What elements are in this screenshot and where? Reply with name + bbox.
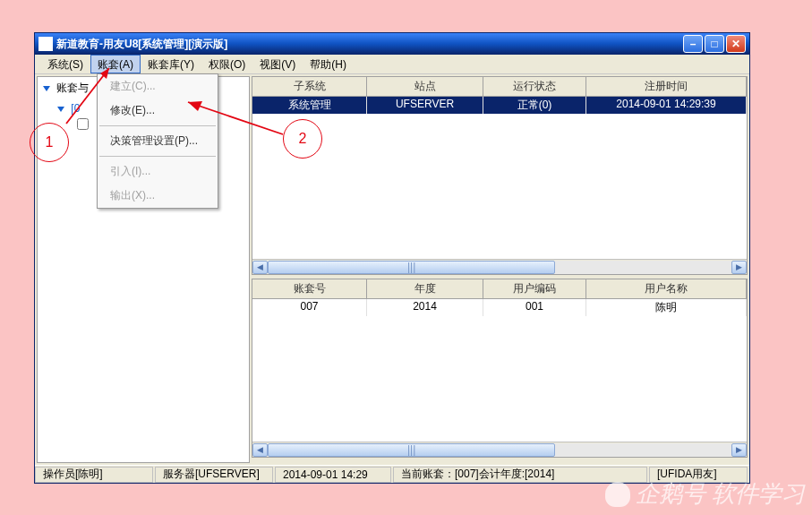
table-row[interactable]: 007 2014 001 陈明 [252, 299, 747, 316]
menu-separator [99, 125, 216, 126]
minimize-button[interactable]: – [683, 35, 703, 53]
scroll-track[interactable]: ||| [268, 261, 731, 274]
status-operator: 操作员[陈明] [35, 467, 153, 483]
menu-help[interactable]: 帮助(H) [303, 55, 354, 73]
col-site[interactable]: 站点 [367, 77, 483, 96]
menubar: 系统(S) 账套(A) 账套库(Y) 权限(O) 视图(V) 帮助(H) [35, 55, 749, 74]
tree-leaf-checkbox[interactable] [77, 118, 89, 130]
annotation-label-2: 2 [299, 131, 307, 147]
col-user-name[interactable]: 用户名称 [586, 279, 747, 298]
app-icon [38, 37, 53, 51]
expand-icon [57, 107, 64, 112]
cell-account-no: 007 [252, 299, 367, 316]
right-pane: 子系统 站点 运行状态 注册时间 系统管理 UFSERVER 正常(0) 201… [252, 76, 748, 463]
col-user-code[interactable]: 用户编码 [483, 279, 586, 298]
table-row[interactable]: 系统管理 UFSERVER 正常(0) 2014-09-01 14:29:39 [252, 97, 747, 114]
watermark-text: 企鹅号 软件学习 [636, 478, 805, 510]
status-server: 服务器[UFSERVER] [155, 467, 273, 483]
cell-user-name: 陈明 [586, 299, 747, 316]
tree-root-label: 账套与 [56, 82, 89, 94]
status-datetime: 2014-09-01 14:29 [275, 467, 391, 483]
user-grid: 账套号 年度 用户编码 用户名称 007 2014 001 陈明 ◀ [252, 279, 748, 458]
annotation-circle-1: 1 [30, 123, 69, 162]
annotation-label-1: 1 [46, 134, 54, 150]
menu-account-lib[interactable]: 账套库(Y) [141, 55, 201, 73]
subsystem-grid-body: 系统管理 UFSERVER 正常(0) 2014-09-01 14:29:39 [252, 97, 747, 259]
account-menu-dropdown: 建立(C)... 修改(E)... 决策管理设置(P)... 引入(I)... … [97, 73, 218, 209]
menu-permission[interactable]: 权限(O) [201, 55, 252, 73]
menu-account[interactable]: 账套(A) [90, 55, 141, 73]
tree-child-label: [0 [71, 102, 80, 115]
col-account-no[interactable]: 账套号 [252, 279, 367, 298]
menuitem-decision-settings[interactable]: 决策管理设置(P)... [98, 129, 218, 153]
window-title: 新道教育-用友U8[系统管理][演示版] [56, 37, 683, 52]
maximize-button[interactable]: □ [705, 35, 724, 53]
user-grid-body: 007 2014 001 陈明 [252, 299, 747, 442]
scroll-thumb[interactable]: ||| [268, 261, 555, 274]
menu-separator [99, 156, 216, 157]
menuitem-export[interactable]: 输出(X)... [98, 184, 218, 208]
subsystem-grid: 子系统 站点 运行状态 注册时间 系统管理 UFSERVER 正常(0) 201… [252, 76, 748, 275]
user-grid-header: 账套号 年度 用户编码 用户名称 [252, 279, 747, 299]
hscrollbar[interactable]: ◀ ||| ▶ [252, 259, 747, 274]
hscrollbar[interactable]: ◀ ||| ▶ [252, 442, 747, 457]
cell-year: 2014 [367, 299, 483, 316]
menuitem-import[interactable]: 引入(I)... [98, 159, 218, 184]
col-regtime[interactable]: 注册时间 [586, 77, 747, 96]
scroll-right-icon[interactable]: ▶ [731, 443, 747, 457]
close-button[interactable]: ✕ [726, 35, 746, 53]
col-status[interactable]: 运行状态 [483, 77, 586, 96]
scroll-left-icon[interactable]: ◀ [252, 443, 268, 457]
penguin-icon [605, 482, 630, 507]
cell-subsystem: 系统管理 [252, 97, 367, 114]
menu-view[interactable]: 视图(V) [252, 55, 303, 73]
scroll-left-icon[interactable]: ◀ [252, 261, 268, 274]
subsystem-grid-header: 子系统 站点 运行状态 注册时间 [252, 77, 747, 97]
cell-user-code: 001 [483, 299, 586, 316]
cell-status: 正常(0) [483, 97, 586, 114]
expand-icon [43, 86, 50, 91]
cell-site: UFSERVER [367, 97, 483, 114]
scroll-track[interactable]: ||| [268, 443, 731, 457]
menu-system[interactable]: 系统(S) [40, 55, 90, 73]
titlebar: 新道教育-用友U8[系统管理][演示版] – □ ✕ [35, 33, 749, 55]
cell-regtime: 2014-09-01 14:29:39 [586, 97, 747, 114]
menuitem-create[interactable]: 建立(C)... [98, 74, 218, 99]
watermark: 企鹅号 软件学习 [605, 478, 805, 510]
menuitem-modify[interactable]: 修改(E)... [98, 99, 218, 123]
scroll-thumb[interactable]: ||| [268, 443, 555, 457]
scroll-right-icon[interactable]: ▶ [731, 261, 747, 274]
annotation-circle-2: 2 [283, 119, 322, 159]
col-subsystem[interactable]: 子系统 [252, 77, 367, 96]
col-year[interactable]: 年度 [367, 279, 483, 298]
